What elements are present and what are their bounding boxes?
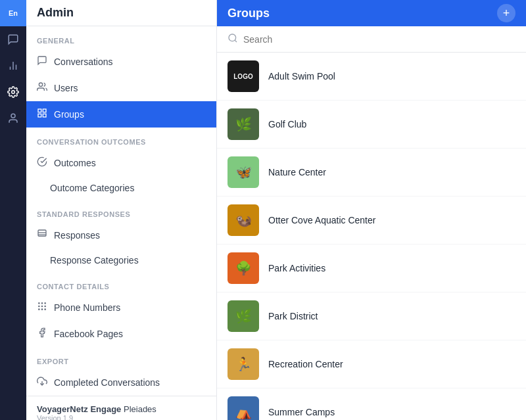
section-general: GENERAL: [26, 26, 216, 49]
group-name: Park Activities: [268, 263, 325, 273]
svg-point-20: [41, 309, 42, 310]
svg-point-17: [41, 306, 42, 306]
main-header: Groups +: [217, 0, 526, 26]
group-name: Summer Camps: [268, 407, 335, 417]
sidebar-item-conversations[interactable]: Conversations: [26, 49, 216, 75]
section-contact-details: CONTACT DETAILS: [26, 272, 216, 294]
footer-product: Pleiades: [124, 404, 156, 414]
svg-rect-6: [38, 109, 41, 112]
svg-point-5: [39, 83, 42, 86]
response-categories-label: Response Categories: [50, 255, 139, 266]
svg-point-23: [229, 34, 236, 41]
group-name: Recreation Center: [268, 359, 343, 369]
icon-rail-chart[interactable]: [0, 53, 26, 79]
section-export: EXPORT: [26, 347, 216, 369]
sidebar-item-users[interactable]: Users: [26, 75, 216, 101]
footer-version: Version 1.9: [37, 414, 206, 420]
sidebar-item-response-categories[interactable]: Response Categories: [26, 248, 216, 272]
users-label: Users: [54, 83, 78, 93]
footer-brand: VoyagerNetz Engage Pleiades: [37, 404, 206, 414]
group-item-recreation-center[interactable]: 🏃Recreation Center: [217, 340, 526, 388]
facebook-pages-label: Facebook Pages: [54, 329, 123, 339]
svg-rect-9: [38, 114, 41, 117]
outcome-categories-label: Outcome Categories: [50, 183, 134, 193]
svg-point-4: [11, 114, 15, 118]
svg-point-21: [45, 309, 45, 310]
facebook-icon: [37, 327, 47, 340]
group-logo: LOGO: [227, 60, 259, 92]
main-content: Groups + LOGOAdult Swim Pool🌿Golf Club🦋N…: [217, 0, 526, 420]
groups-list: LOGOAdult Swim Pool🌿Golf Club🦋Nature Cen…: [217, 53, 526, 420]
group-logo: 🦋: [227, 156, 259, 188]
group-item-park-activities[interactable]: 🌳Park Activities: [217, 245, 526, 292]
sidebar-header: Admin: [26, 0, 216, 26]
group-item-park-district[interactable]: 🌿Park District: [217, 292, 526, 340]
group-logo: 🌳: [227, 252, 259, 284]
sidebar-item-groups[interactable]: Groups: [26, 101, 216, 128]
add-group-button[interactable]: +: [497, 4, 515, 22]
download-icon: [37, 376, 47, 389]
check-circle-icon: [37, 156, 47, 170]
icon-rail-user[interactable]: [0, 105, 26, 131]
icon-rail-settings[interactable]: [0, 79, 26, 105]
group-item-nature-center[interactable]: 🦋Nature Center: [217, 149, 526, 197]
svg-line-24: [235, 40, 237, 42]
svg-rect-7: [43, 109, 46, 112]
sidebar-item-phone-numbers[interactable]: Phone Numbers: [26, 294, 216, 321]
grid-dots-icon: [37, 301, 47, 314]
sidebar-item-completed-conversations[interactable]: Completed Conversations: [26, 369, 216, 396]
groups-icon: [37, 108, 47, 121]
phone-numbers-label: Phone Numbers: [54, 302, 120, 313]
group-name: Golf Club: [268, 119, 306, 129]
svg-point-3: [12, 91, 15, 94]
svg-point-15: [45, 303, 45, 304]
svg-point-16: [39, 306, 39, 306]
group-item-otter-cove[interactable]: 🦦Otter Cove Aquatic Center: [217, 197, 526, 245]
sidebar-item-responses[interactable]: Responses: [26, 222, 216, 248]
users-icon: [37, 82, 47, 95]
icon-rail-chat[interactable]: [0, 26, 26, 53]
outcomes-label: Outcomes: [54, 158, 96, 168]
chat-icon: [37, 55, 47, 68]
search-bar: [217, 26, 526, 53]
sidebar-item-facebook-pages[interactable]: Facebook Pages: [26, 321, 216, 347]
group-name: Otter Cove Aquatic Center: [268, 215, 375, 225]
search-icon: [227, 33, 238, 45]
group-item-golf-club[interactable]: 🌿Golf Club: [217, 101, 526, 149]
footer-brand-name: VoyagerNetz Engage: [37, 404, 121, 414]
sidebar-title: Admin: [37, 6, 74, 20]
sidebar-footer: VoyagerNetz Engage Pleiades Version 1.9 …: [26, 396, 216, 420]
svg-point-19: [39, 309, 39, 310]
group-name: Nature Center: [268, 167, 326, 177]
group-logo: ⛺: [227, 396, 259, 420]
svg-point-18: [45, 306, 45, 306]
conversations-label: Conversations: [54, 57, 113, 67]
group-name: Park District: [268, 311, 318, 321]
section-outcomes: CONVERSATION OUTCOMES: [26, 128, 216, 150]
message-square-icon: [37, 229, 47, 242]
search-input[interactable]: [243, 34, 515, 45]
sidebar: Admin GENERAL Conversations Users Groups…: [26, 0, 217, 420]
main-title: Groups: [227, 7, 270, 20]
responses-label: Responses: [54, 230, 100, 241]
svg-point-14: [41, 303, 42, 304]
group-item-summer-camps[interactable]: ⛺Summer Camps: [217, 388, 526, 420]
completed-conversations-label: Completed Conversations: [54, 377, 160, 388]
group-logo: 🏃: [227, 348, 259, 380]
groups-label: Groups: [54, 109, 84, 120]
group-logo: 🦦: [227, 204, 259, 236]
group-name: Adult Swim Pool: [268, 71, 335, 82]
svg-rect-8: [43, 114, 46, 117]
icon-rail: En: [0, 0, 26, 420]
sidebar-item-outcome-categories[interactable]: Outcome Categories: [26, 176, 216, 200]
group-item-adult-swim-pool[interactable]: LOGOAdult Swim Pool: [217, 53, 526, 101]
section-responses: STANDARD RESPONSES: [26, 200, 216, 222]
sidebar-item-outcomes[interactable]: Outcomes: [26, 150, 216, 176]
app-logo: En: [0, 0, 26, 26]
group-logo: 🌿: [227, 300, 259, 332]
group-logo: 🌿: [227, 108, 259, 140]
svg-point-13: [39, 303, 39, 304]
